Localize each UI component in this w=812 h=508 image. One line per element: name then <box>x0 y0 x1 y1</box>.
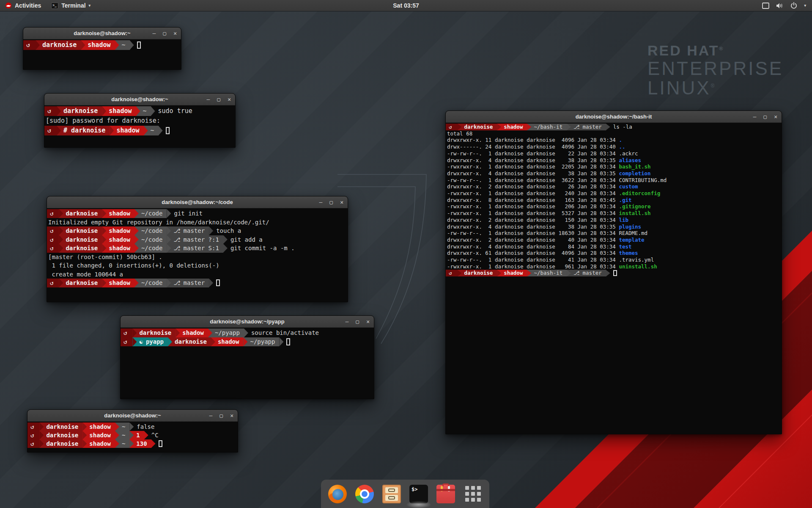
minimize-button[interactable]: – <box>319 199 323 205</box>
terminal-content[interactable]: ↺darknoiseshadow~/pyappsource bin/activa… <box>121 328 374 399</box>
prompt-segment-user: darknoise <box>132 329 176 337</box>
minimize-button[interactable]: – <box>153 30 156 36</box>
prompt-segment-user: # darknoise <box>57 126 110 135</box>
maximize-button[interactable]: ▢ <box>329 199 333 205</box>
logo-line3: LINUX <box>647 77 711 98</box>
firefox-icon[interactable] <box>328 485 347 503</box>
clock[interactable]: Sat 03:57 <box>389 0 423 11</box>
file-name: lib <box>619 217 628 223</box>
dock: $> <box>321 480 489 508</box>
app-menu-label: Terminal <box>61 2 85 9</box>
terminal-content[interactable]: ↺darknoiseshadow~false↺darknoiseshadow~1… <box>27 422 238 452</box>
ls-row-meta: drwxrwxr-x. 2 darknoise darknoise 40 Jan… <box>447 237 619 243</box>
window-title: darknoise@shadow:~ <box>111 96 168 102</box>
power-icon[interactable] <box>790 2 797 9</box>
terminal-content[interactable]: ↺darknoiseshadow~/codegit initInitialize… <box>47 208 348 302</box>
prompt-segment-user: darknoise <box>59 235 102 244</box>
close-button[interactable]: ✕ <box>228 97 231 102</box>
git-branch-icon: ⎇ <box>173 244 180 253</box>
segment-label: shadow <box>218 337 239 346</box>
volume-icon[interactable] <box>776 3 784 9</box>
segment-label: darknoise <box>66 244 98 253</box>
close-button[interactable]: ✕ <box>173 30 177 36</box>
prompt-line: ↺darknoiseshadow~sudo true <box>44 106 235 116</box>
close-button[interactable]: ✕ <box>340 199 343 205</box>
prompt-segment-user: darknoise <box>39 422 82 431</box>
terminal-glyph: $> <box>411 486 417 492</box>
prompt-segment-host: shadow <box>176 329 208 337</box>
segment-label: darknoise <box>46 431 78 439</box>
ls-row: -rwxrwxr-x. 1 darknoise darknoise 961 Ja… <box>446 263 782 270</box>
minimize-button[interactable]: – <box>753 114 757 119</box>
ls-row: -rw-rw-r--. 1 darknoise darknoise 22 Jan… <box>446 150 782 157</box>
prompt-leader-icon: ↺ <box>50 244 53 253</box>
prompt-segment-user: darknoise <box>36 40 81 50</box>
maximize-button[interactable]: ▢ <box>217 97 220 102</box>
maximize-button[interactable]: ▢ <box>219 413 223 418</box>
window-titlebar[interactable]: darknoise@shadow:~–▢✕ <box>44 94 235 105</box>
prompt-segment-icon: ↺ <box>47 209 59 218</box>
file-name: .ackrc <box>619 150 638 157</box>
terminal-window: darknoise@shadow:~/pyapp–▢✕↺darknoisesha… <box>120 315 374 399</box>
prompt-segment-user: darknoise <box>59 279 102 287</box>
window-titlebar[interactable]: darknoise@shadow:~–▢✕ <box>23 28 181 39</box>
prompt-segment-icon: ↺ <box>44 106 57 116</box>
segment-label: shadow <box>89 439 111 448</box>
window-titlebar[interactable]: darknoise@shadow:~/pyapp–▢✕ <box>121 316 374 328</box>
terminal-content[interactable]: ↺darknoiseshadow~ <box>23 39 181 69</box>
toolbox-icon[interactable] <box>436 485 455 503</box>
ls-row: drwxrwxr-x. 4 darknoise darknoise 38 Jan… <box>446 170 782 177</box>
segment-label: shadow <box>109 106 132 116</box>
window-title: darknoise@shadow:~/bash-it <box>576 113 652 120</box>
terminal-dock-icon[interactable]: $> <box>409 485 428 503</box>
window-titlebar[interactable]: darknoise@shadow:~/bash-it–▢✕ <box>446 111 782 123</box>
close-button[interactable]: ✕ <box>366 319 370 324</box>
app-grid-icon[interactable] <box>464 485 482 503</box>
segment-label: ~/pyapp <box>250 337 275 346</box>
file-name: README.md <box>619 230 647 236</box>
prompt-leader-icon: ↺ <box>30 422 34 431</box>
prompt-line: ↺darknoiseshadow~/code⎇master <box>47 279 348 287</box>
segment-label: ~ <box>122 431 125 439</box>
minimize-button[interactable]: – <box>207 97 210 102</box>
activities-button[interactable]: Activities <box>0 0 46 11</box>
command-text: git add a <box>223 235 263 244</box>
ls-row-meta: -rwxrwxr-x. 1 darknoise darknoise 240 Ja… <box>447 190 619 196</box>
file-manager-icon[interactable] <box>382 485 401 503</box>
terminal-content[interactable]: ↺darknoiseshadow~sudo true[sudo] passwor… <box>44 105 235 147</box>
close-button[interactable]: ✕ <box>774 114 777 119</box>
ls-row-meta: -rwxrwxr-x. 1 darknoise darknoise 961 Ja… <box>447 263 619 270</box>
prompt-segment-user: darknoise <box>458 124 497 130</box>
chrome-icon[interactable] <box>355 485 374 503</box>
segment-label: darknoise <box>46 439 78 448</box>
file-name: plugins <box>619 224 641 230</box>
clock-label: Sat 03:57 <box>393 2 419 9</box>
output-line: 1 file changed, 0 insertions(+), 0 delet… <box>47 261 348 270</box>
prompt-segment-git: ⎇master S:1 <box>167 244 223 253</box>
prompt-leader-icon: ↺ <box>30 431 34 439</box>
close-button[interactable]: ✕ <box>230 413 233 418</box>
segment-label: shadow <box>109 279 130 287</box>
maximize-button[interactable]: ▢ <box>763 114 767 119</box>
ls-row-meta: drwxrwxr-x. 4 darknoise darknoise 38 Jan… <box>447 157 619 163</box>
app-menu-terminal[interactable]: >_ Terminal ▾ <box>46 0 96 11</box>
ls-row: drwxrwxr-x. 4 darknoise darknoise 84 Jan… <box>446 243 782 250</box>
segment-label: shadow <box>89 431 111 439</box>
prompt-segment-host: shadow <box>102 235 134 244</box>
maximize-button[interactable]: ▢ <box>356 319 359 324</box>
window-titlebar[interactable]: darknoise@shadow:~/code–▢✕ <box>47 196 348 208</box>
window-titlebar[interactable]: darknoise@shadow:~–▢✕ <box>27 410 238 422</box>
ls-row: -rw-rw-r--. 1 darknoise darknoise 3622 J… <box>446 177 782 184</box>
ls-row-meta: drwxrwxr-x. 2 darknoise darknoise 150 Ja… <box>447 217 619 223</box>
status-chevron-down-icon[interactable]: ▾ <box>804 3 806 8</box>
terminal-content[interactable]: ↺darknoiseshadow~/bash-it⎇masterls -lato… <box>446 123 782 434</box>
prompt-segment-path: ~/code <box>134 235 167 244</box>
minimize-button[interactable]: – <box>346 319 349 324</box>
prompt-segment-icon: ↺ <box>44 126 57 135</box>
minimize-button[interactable]: – <box>209 413 213 418</box>
ls-row: drwxrwxr-x. 2 darknoise darknoise 40 Jan… <box>446 237 782 243</box>
segment-label: ~/code <box>141 226 163 235</box>
file-name: custom <box>619 183 638 190</box>
screen-share-icon[interactable] <box>762 3 769 9</box>
maximize-button[interactable]: ▢ <box>163 30 166 36</box>
